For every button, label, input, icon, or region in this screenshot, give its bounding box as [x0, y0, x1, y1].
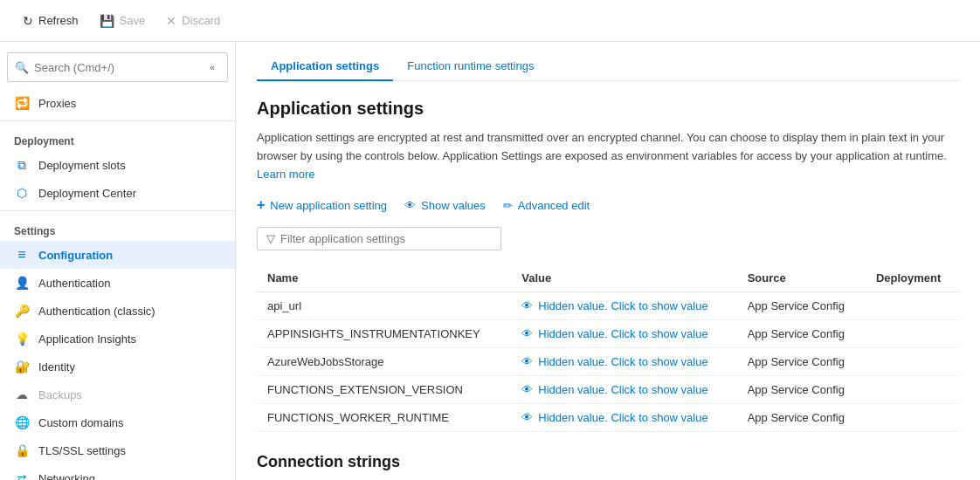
sidebar-item-label: Custom domains [38, 416, 124, 429]
main-layout: 🔍 « 🔁 Proxies Deployment ⧉ Deployment sl… [0, 42, 980, 480]
sidebar-item-label: Authentication (classic) [38, 305, 155, 318]
search-input[interactable] [34, 61, 199, 74]
save-label: Save [120, 14, 146, 27]
cell-value[interactable]: 👁 Hidden value. Click to show value [511, 376, 736, 404]
sidebar-item-label: Proxies [38, 97, 76, 110]
filter-input[interactable] [280, 232, 492, 245]
advanced-edit-button[interactable]: ✏ Advanced edit [503, 199, 590, 212]
cell-deployment [866, 292, 959, 320]
show-values-button[interactable]: 👁 Show values [404, 199, 486, 212]
cell-deployment [866, 376, 959, 404]
authentication-icon: 👤 [14, 275, 30, 291]
discard-label: Discard [182, 14, 220, 27]
deployment-center-icon: ⬡ [14, 185, 30, 201]
table-row: AzureWebJobsStorage 👁 Hidden value. Clic… [257, 348, 959, 376]
collapse-button[interactable]: « [204, 58, 220, 76]
tab-function-runtime[interactable]: Function runtime settings [393, 52, 548, 81]
eye-icon: 👁 [521, 355, 533, 368]
settings-section-label: Settings [0, 215, 235, 241]
refresh-label: Refresh [38, 14, 79, 27]
sidebar-item-authentication-classic[interactable]: 🔑 Authentication (classic) [0, 297, 235, 325]
hidden-value-text[interactable]: Hidden value. Click to show value [538, 411, 707, 424]
new-setting-button[interactable]: + New application setting [257, 197, 387, 213]
sidebar-item-configuration[interactable]: ≡ Configuration [0, 241, 235, 269]
sidebar-item-tls-ssl[interactable]: 🔒 TLS/SSL settings [0, 436, 235, 464]
configuration-icon: ≡ [14, 247, 30, 263]
backups-icon: ☁ [14, 387, 30, 402]
save-icon: 💾 [100, 14, 114, 28]
sidebar-item-label: Backups [38, 388, 82, 401]
table-row: APPINSIGHTS_INSTRUMENTATIONKEY 👁 Hidden … [257, 320, 959, 348]
cell-name: FUNCTIONS_WORKER_RUNTIME [257, 404, 511, 432]
new-setting-label: New application setting [270, 199, 387, 212]
content-area: Application settings Function runtime se… [236, 42, 980, 480]
table-row: FUNCTIONS_EXTENSION_VERSION 👁 Hidden val… [257, 376, 959, 404]
refresh-icon: ↻ [23, 14, 33, 28]
page-description: Application settings are encrypted at re… [257, 129, 959, 183]
sidebar-item-label: Application Insights [38, 333, 136, 346]
hidden-value-link[interactable]: 👁 Hidden value. Click to show value [521, 327, 726, 340]
sidebar-item-deployment-slots[interactable]: ⧉ Deployment slots [0, 151, 235, 179]
cell-deployment [866, 404, 959, 432]
cell-name: AzureWebJobsStorage [257, 348, 511, 376]
sidebar-item-identity[interactable]: 🔐 Identity [0, 353, 235, 381]
sidebar-item-label: Deployment Center [38, 187, 136, 200]
page-title: Application settings [257, 99, 959, 119]
sidebar-divider [0, 120, 235, 121]
cell-name: api_url [257, 292, 511, 320]
sidebar-item-authentication[interactable]: 👤 Authentication [0, 269, 235, 297]
deployment-slots-icon: ⧉ [14, 157, 30, 173]
tab-label: Function runtime settings [407, 59, 534, 72]
settings-table: Name Value Source Deployment api_url 👁 H… [257, 264, 959, 432]
cell-source: App Service Config [737, 320, 866, 348]
table-header: Name Value Source Deployment [257, 264, 959, 292]
sidebar-item-networking[interactable]: ⇄ Networking [0, 464, 235, 480]
search-container[interactable]: 🔍 « [7, 52, 228, 82]
hidden-value-text[interactable]: Hidden value. Click to show value [538, 299, 707, 312]
cell-value[interactable]: 👁 Hidden value. Click to show value [511, 320, 736, 348]
description-text: Application settings are encrypted at re… [257, 131, 947, 162]
tab-application-settings[interactable]: Application settings [257, 52, 393, 81]
hidden-value-text[interactable]: Hidden value. Click to show value [538, 355, 707, 368]
save-button[interactable]: 💾 Save [91, 10, 155, 31]
discard-button[interactable]: ✕ Discard [157, 10, 229, 31]
sidebar-item-backups[interactable]: ☁ Backups [0, 381, 235, 408]
application-insights-icon: 💡 [14, 331, 30, 346]
plus-icon: + [257, 197, 265, 213]
hidden-value-link[interactable]: 👁 Hidden value. Click to show value [521, 383, 726, 396]
tab-label: Application settings [271, 59, 379, 72]
sidebar-item-deployment-center[interactable]: ⬡ Deployment Center [0, 179, 235, 207]
cell-value[interactable]: 👁 Hidden value. Click to show value [511, 348, 736, 376]
hidden-value-link[interactable]: 👁 Hidden value. Click to show value [521, 355, 726, 368]
hidden-value-text[interactable]: Hidden value. Click to show value [538, 383, 707, 396]
learn-more-link[interactable]: Learn more [257, 168, 314, 181]
hidden-value-link[interactable]: 👁 Hidden value. Click to show value [521, 411, 726, 424]
sidebar-item-label: Deployment slots [38, 159, 126, 172]
cell-name: APPINSIGHTS_INSTRUMENTATIONKEY [257, 320, 511, 348]
col-name: Name [257, 264, 511, 292]
col-deployment: Deployment [866, 264, 959, 292]
sidebar-item-label: Identity [38, 360, 75, 374]
sidebar-item-custom-domains[interactable]: 🌐 Custom domains [0, 408, 235, 436]
cell-deployment [866, 320, 959, 348]
hidden-value-link[interactable]: 👁 Hidden value. Click to show value [521, 299, 726, 312]
refresh-button[interactable]: ↻ Refresh [14, 10, 87, 31]
filter-bar[interactable]: ▽ [257, 227, 501, 250]
cell-source: App Service Config [737, 404, 866, 432]
sidebar-item-label: Configuration [38, 249, 113, 262]
action-bar: + New application setting 👁 Show values … [257, 197, 959, 213]
sidebar-item-proxies[interactable]: 🔁 Proxies [0, 89, 235, 117]
sidebar-item-application-insights[interactable]: 💡 Application Insights [0, 325, 235, 353]
hidden-value-text[interactable]: Hidden value. Click to show value [538, 327, 707, 340]
eye-icon: 👁 [521, 411, 533, 424]
cell-value[interactable]: 👁 Hidden value. Click to show value [511, 292, 736, 320]
eye-icon: 👁 [521, 299, 533, 312]
sidebar-item-label: TLS/SSL settings [38, 444, 126, 457]
sidebar-item-label: Authentication [38, 277, 110, 290]
sidebar-divider-2 [0, 210, 235, 211]
advanced-edit-label: Advanced edit [518, 199, 590, 212]
cell-value[interactable]: 👁 Hidden value. Click to show value [511, 404, 736, 432]
eye-icon: 👁 [521, 383, 533, 396]
connection-strings-title: Connection strings [257, 453, 959, 471]
networking-icon: ⇄ [14, 470, 30, 480]
